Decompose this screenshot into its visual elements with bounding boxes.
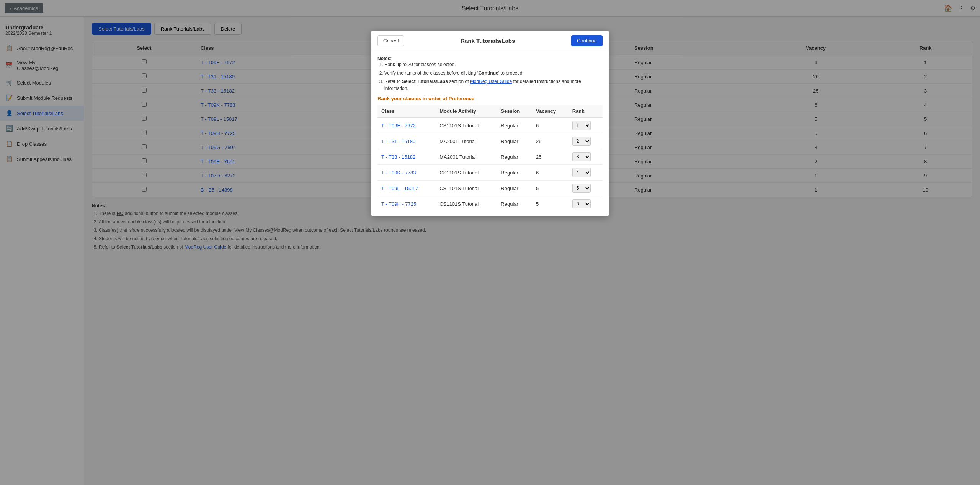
modal-col-class: Class	[377, 105, 436, 117]
modal-cell-vacancy: 25	[532, 149, 568, 165]
modal-col-session: Session	[497, 105, 532, 117]
modal-cell-activity: MA2001 Tutorial	[436, 133, 497, 149]
modal-continue-button[interactable]: Continue	[571, 35, 603, 46]
modal-cell-rank: 1234567891011121314151617181920	[568, 117, 603, 133]
modal-cell-activity: CS1101S Tutorial	[436, 117, 497, 133]
modal-guide-link[interactable]: ModReg User Guide	[470, 79, 512, 84]
modal-cell-rank: 1234567891011121314151617181920	[568, 165, 603, 181]
rank-modal: Cancel Rank Tutorials/Labs Continue Note…	[371, 31, 609, 216]
modal-note-2: Verify the ranks of the classes before c…	[384, 70, 603, 76]
rank-dropdown[interactable]: 1234567891011121314151617181920	[572, 184, 591, 193]
modal-note-1: Rank up to 20 for classes selected.	[384, 61, 603, 68]
modal-note-3: Refer to Select Tutorials/Labs section o…	[384, 78, 603, 92]
rank-dropdown[interactable]: 1234567891011121314151617181920	[572, 121, 591, 130]
modal-table-row: T - T09H - 7725 CS1101S Tutorial Regular…	[377, 196, 603, 212]
modal-cell-class[interactable]: T - T09H - 7725	[377, 196, 436, 212]
modal-cell-rank: 1234567891011121314151617181920	[568, 149, 603, 165]
modal-cell-vacancy: 5	[532, 181, 568, 196]
modal-cell-class[interactable]: T - T09F - 7672	[377, 117, 436, 133]
modal-cell-class[interactable]: T - T33 - 15182	[377, 149, 436, 165]
rank-dropdown[interactable]: 1234567891011121314151617181920	[572, 137, 591, 146]
modal-cell-activity: MA2001 Tutorial	[436, 149, 497, 165]
modal-overlay: Cancel Rank Tutorials/Labs Continue Note…	[0, 0, 980, 485]
modal-table-header-row: Class Module Activity Session Vacancy Ra…	[377, 105, 603, 117]
modal-cancel-button[interactable]: Cancel	[377, 35, 404, 46]
rank-dropdown[interactable]: 1234567891011121314151617181920	[572, 168, 591, 177]
modal-table-row: T - T09F - 7672 CS1101S Tutorial Regular…	[377, 117, 603, 133]
modal-cell-rank: 1234567891011121314151617181920	[568, 196, 603, 212]
modal-body: Notes: Rank up to 20 for classes selecte…	[371, 51, 609, 216]
rank-preference-label: Rank your classes in order of Preference	[377, 96, 603, 101]
modal-header: Cancel Rank Tutorials/Labs Continue	[371, 31, 609, 51]
modal-cell-class[interactable]: T - T31 - 15180	[377, 133, 436, 149]
modal-cell-vacancy: 6	[532, 165, 568, 181]
modal-cell-class[interactable]: T - T09L - 15017	[377, 181, 436, 196]
modal-cell-vacancy: 6	[532, 117, 568, 133]
modal-cell-rank: 1234567891011121314151617181920	[568, 133, 603, 149]
modal-col-activity: Module Activity	[436, 105, 497, 117]
rank-dropdown[interactable]: 1234567891011121314151617181920	[572, 152, 591, 161]
modal-notes-title: Notes:	[377, 56, 392, 61]
modal-cell-rank: 1234567891011121314151617181920	[568, 181, 603, 196]
rank-dropdown[interactable]: 1234567891011121314151617181920	[572, 199, 591, 208]
modal-cell-class[interactable]: T - T09K - 7783	[377, 165, 436, 181]
modal-title: Rank Tutorials/Labs	[404, 37, 571, 44]
modal-cell-session: Regular	[497, 133, 532, 149]
modal-cell-session: Regular	[497, 165, 532, 181]
modal-cell-session: Regular	[497, 196, 532, 212]
modal-table: Class Module Activity Session Vacancy Ra…	[377, 105, 603, 212]
modal-cell-session: Regular	[497, 149, 532, 165]
modal-notes-list: Rank up to 20 for classes selected. Veri…	[377, 61, 603, 92]
modal-cell-activity: CS1101S Tutorial	[436, 181, 497, 196]
modal-col-vacancy: Vacancy	[532, 105, 568, 117]
modal-cell-activity: CS1101S Tutorial	[436, 165, 497, 181]
modal-table-row: T - T33 - 15182 MA2001 Tutorial Regular …	[377, 149, 603, 165]
modal-cell-vacancy: 26	[532, 133, 568, 149]
modal-col-rank: Rank	[568, 105, 603, 117]
modal-table-row: T - T09L - 15017 CS1101S Tutorial Regula…	[377, 181, 603, 196]
modal-table-row: T - T09K - 7783 CS1101S Tutorial Regular…	[377, 165, 603, 181]
modal-cell-session: Regular	[497, 181, 532, 196]
modal-cell-activity: CS1101S Tutorial	[436, 196, 497, 212]
modal-notes: Notes: Rank up to 20 for classes selecte…	[377, 56, 603, 92]
modal-cell-session: Regular	[497, 117, 532, 133]
modal-table-row: T - T31 - 15180 MA2001 Tutorial Regular …	[377, 133, 603, 149]
modal-cell-vacancy: 5	[532, 196, 568, 212]
